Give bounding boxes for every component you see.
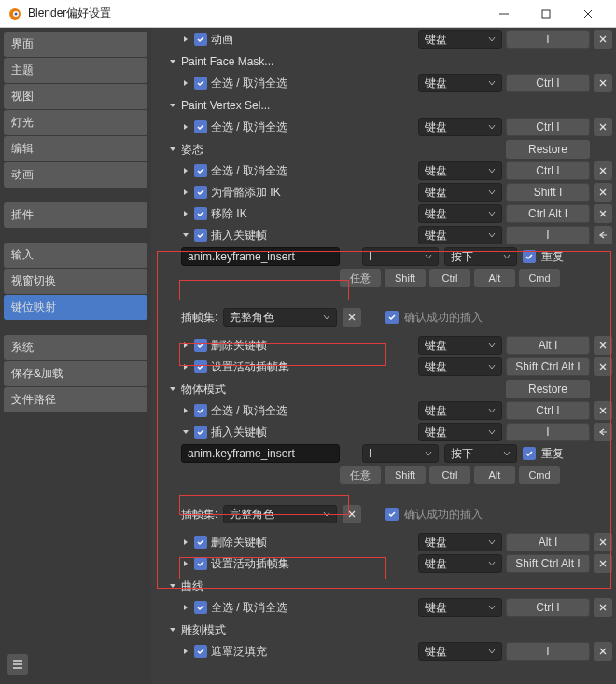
shortcut-button[interactable]: Ctrl I	[506, 598, 590, 617]
dropdown[interactable]: 键盘	[418, 554, 502, 573]
disclosure-open-icon[interactable]	[168, 581, 177, 591]
dropdown[interactable]: 按下	[444, 247, 517, 266]
dropdown[interactable]: 键盘	[418, 533, 502, 551]
checkbox-checked[interactable]	[194, 77, 207, 90]
shortcut-button[interactable]: I	[506, 423, 590, 441]
delete-button[interactable]	[594, 533, 612, 551]
dropdown[interactable]: I	[362, 247, 439, 266]
checkbox-checked[interactable]	[194, 601, 207, 614]
checkbox-checked[interactable]	[194, 33, 207, 46]
dropdown[interactable]: 键盘	[418, 642, 502, 661]
shortcut-button[interactable]: Alt I	[506, 533, 590, 551]
disclosure-closed-icon[interactable]	[181, 209, 190, 218]
dropdown[interactable]: 键盘	[418, 336, 502, 355]
shortcut-button[interactable]: Shift Ctrl Alt I	[506, 357, 590, 376]
delete-button[interactable]	[594, 74, 612, 92]
checkbox-checked[interactable]	[194, 164, 207, 177]
back-button[interactable]	[594, 226, 612, 244]
sidebar-item[interactable]: 文件路径	[4, 387, 147, 412]
disclosure-closed-icon[interactable]	[181, 559, 190, 568]
delete-button[interactable]	[594, 183, 612, 202]
checkbox-checked[interactable]	[523, 447, 536, 460]
dropdown[interactable]: 键盘	[418, 226, 502, 244]
disclosure-closed-icon[interactable]	[181, 341, 190, 350]
disclosure-closed-icon[interactable]	[181, 188, 190, 197]
disclosure-closed-icon[interactable]	[181, 35, 190, 44]
delete-button[interactable]	[594, 598, 612, 617]
delete-button[interactable]	[594, 554, 612, 573]
checkbox-checked[interactable]	[194, 229, 207, 242]
sidebar-item[interactable]: 动画	[4, 162, 147, 188]
delete-button[interactable]	[594, 161, 612, 180]
sidebar-item[interactable]: 视窗切换	[4, 269, 147, 294]
hamburger-button[interactable]	[7, 654, 28, 675]
sidebar-item[interactable]: 保存&加载	[4, 361, 147, 386]
dropdown[interactable]: 按下	[444, 444, 517, 463]
shortcut-button[interactable]: Ctrl Alt I	[506, 204, 590, 223]
mod-cmd[interactable]: Cmd	[519, 269, 560, 287]
checkbox-checked[interactable]	[385, 311, 399, 324]
disclosure-open-icon[interactable]	[168, 625, 177, 635]
mod-cmd[interactable]: Cmd	[519, 466, 560, 484]
dropdown[interactable]: 键盘	[418, 204, 502, 223]
checkbox-checked[interactable]	[194, 645, 207, 658]
operator-field[interactable]: anim.keyframe_insert	[181, 247, 340, 266]
dropdown[interactable]: 键盘	[418, 183, 502, 202]
shortcut-button[interactable]: Shift Ctrl Alt I	[506, 554, 590, 573]
disclosure-closed-icon[interactable]	[181, 362, 190, 371]
mod-any[interactable]: 任意	[340, 466, 381, 484]
sidebar-item[interactable]: 插件	[4, 202, 147, 228]
disclosure-closed-icon[interactable]	[181, 537, 190, 547]
operator-field[interactable]: anim.keyframe_insert	[181, 444, 340, 463]
restore-button[interactable]: Restore	[506, 380, 590, 398]
dropdown[interactable]: 键盘	[418, 401, 502, 420]
restore-button[interactable]: Restore	[506, 140, 590, 159]
dropdown[interactable]: 键盘	[418, 118, 502, 136]
shortcut-button[interactable]: Ctrl I	[506, 401, 590, 420]
dropdown[interactable]: 键盘	[418, 357, 502, 376]
mod-alt[interactable]: Alt	[474, 269, 515, 287]
disclosure-closed-icon[interactable]	[181, 122, 190, 132]
dropdown[interactable]: I	[362, 444, 439, 463]
sidebar-item[interactable]: 界面	[4, 32, 147, 57]
back-button[interactable]	[594, 423, 612, 441]
shortcut-button[interactable]: Ctrl I	[506, 74, 590, 92]
sidebar-item[interactable]: 主题	[4, 58, 147, 83]
delete-button[interactable]	[594, 336, 612, 355]
sidebar-item[interactable]: 系统	[4, 335, 147, 360]
shortcut-button[interactable]: I	[506, 226, 590, 244]
checkbox-checked[interactable]	[194, 536, 207, 549]
disclosure-open-icon[interactable]	[168, 384, 177, 394]
disclosure-open-icon[interactable]	[168, 145, 177, 154]
shortcut-button[interactable]: I	[506, 30, 590, 49]
delete-button[interactable]	[594, 30, 612, 49]
shortcut-button[interactable]: Alt I	[506, 336, 590, 355]
mod-alt[interactable]: Alt	[474, 466, 515, 484]
disclosure-closed-icon[interactable]	[181, 647, 190, 656]
checkbox-checked[interactable]	[194, 207, 207, 220]
maximize-button[interactable]	[525, 0, 567, 28]
checkbox-checked[interactable]	[194, 186, 207, 199]
sidebar-item[interactable]: 灯光	[4, 110, 147, 135]
disclosure-open-icon[interactable]	[168, 57, 177, 66]
shortcut-button[interactable]: Ctrl I	[506, 161, 590, 180]
shortcut-button[interactable]: Shift I	[506, 183, 590, 202]
dropdown[interactable]: 键盘	[418, 74, 502, 92]
sidebar-item[interactable]: 编辑	[4, 136, 147, 161]
delete-button[interactable]	[594, 357, 612, 376]
disclosure-open-icon[interactable]	[181, 230, 190, 240]
mod-shift[interactable]: Shift	[385, 269, 426, 287]
mod-any[interactable]: 任意	[340, 269, 381, 287]
checkbox-checked[interactable]	[194, 339, 207, 352]
dropdown[interactable]: 完整角色	[223, 505, 337, 523]
delete-button[interactable]	[594, 204, 612, 223]
dropdown[interactable]: 键盘	[418, 161, 502, 180]
delete-button[interactable]	[594, 642, 612, 661]
shortcut-button[interactable]: I	[506, 642, 590, 661]
dropdown[interactable]: 键盘	[418, 423, 502, 441]
mod-ctrl[interactable]: Ctrl	[429, 466, 470, 484]
disclosure-open-icon[interactable]	[168, 101, 177, 110]
checkbox-checked[interactable]	[194, 120, 207, 133]
close-button[interactable]	[567, 0, 609, 28]
sidebar-item[interactable]: 视图	[4, 84, 147, 109]
